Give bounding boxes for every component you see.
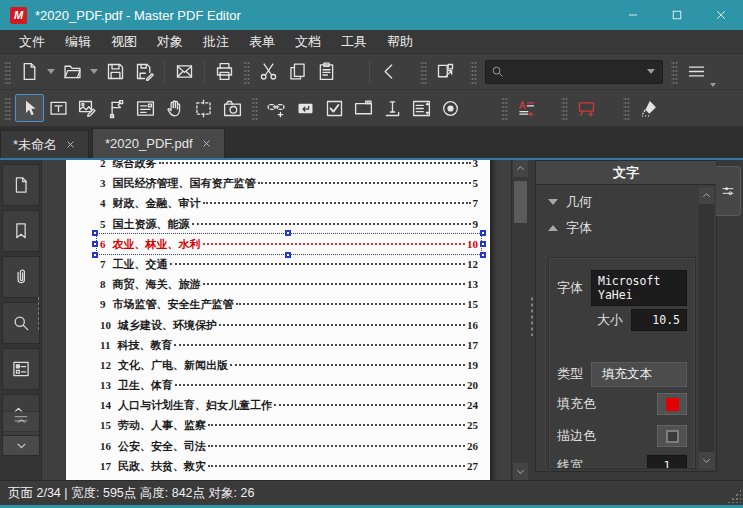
resize-grip-icon[interactable]	[727, 489, 741, 503]
toc-row[interactable]: 13 卫生、体育 20	[100, 378, 478, 392]
document-viewport[interactable]: 2 综合政务 3 3 国民经济管理、国有资产监管	[42, 160, 528, 480]
selection-handle[interactable]	[92, 252, 98, 258]
toolbar-grip[interactable]	[671, 60, 678, 84]
checkbox-field-button[interactable]	[320, 94, 349, 122]
section-geometry[interactable]: 几何	[536, 185, 716, 211]
sidebar-scroll-up-button[interactable]	[2, 411, 40, 432]
text-annotation-button[interactable]	[512, 94, 541, 122]
toc-row[interactable]: 15 劳动、人事、监察 25	[100, 418, 478, 432]
stroke-color-swatch[interactable]	[657, 425, 687, 447]
toc-row[interactable]: 2 综合政务 3	[100, 160, 478, 170]
toc-row[interactable]: 17 民政、扶贫、救灾 27	[100, 459, 478, 473]
toc-row[interactable]: 12 文化、广电、新闻出版 19	[100, 358, 478, 372]
toc-row[interactable]: 5 国土资源、能源 9	[100, 217, 478, 231]
scroll-up-arrow-icon[interactable]	[513, 160, 528, 177]
snapshot-tool-button[interactable]	[218, 94, 247, 122]
select-tool-button[interactable]	[15, 94, 44, 122]
menu-item[interactable]: 工具	[332, 31, 376, 53]
page-thumbnails-button[interactable]	[2, 164, 40, 206]
toc-row[interactable]: 8 商贸、海关、旅游 13	[100, 277, 478, 291]
section-font[interactable]: 字体	[536, 211, 716, 237]
panel-scrollbar[interactable]	[699, 187, 714, 469]
toolbar-grip[interactable]	[420, 60, 427, 84]
titlebar[interactable]: M *2020_PDF.pdf - Master PDF Editor	[0, 0, 743, 30]
paste-button[interactable]	[312, 58, 341, 86]
add-link-button[interactable]	[262, 94, 291, 122]
open-document-button[interactable]	[58, 58, 87, 86]
toc-row[interactable]: 11 科技、教育 17	[100, 338, 478, 352]
attachments-button[interactable]	[2, 256, 40, 298]
tab-untitled[interactable]: *未命名	[0, 130, 89, 158]
tab-2020-pdf[interactable]: *2020_PDF.pdf	[92, 128, 224, 158]
toolbar-grip[interactable]	[4, 96, 11, 120]
selection-handle[interactable]	[480, 241, 486, 247]
highlighter-tool-button[interactable]	[634, 94, 663, 122]
toc-row[interactable]: 7 工业、交通 12	[100, 257, 478, 271]
form-fields-button[interactable]	[2, 348, 40, 390]
callout-annotation-button[interactable]	[572, 94, 601, 122]
print-button[interactable]	[210, 58, 239, 86]
tab-close-icon[interactable]	[201, 138, 212, 149]
button-field-button[interactable]	[291, 94, 320, 122]
rect-select-tool-button[interactable]	[189, 94, 218, 122]
expand-arrow-icon[interactable]	[548, 225, 558, 231]
organize-pages-button[interactable]	[431, 58, 460, 86]
selection-handle[interactable]	[480, 252, 486, 258]
toc-row[interactable]: 6 农业、林业、水利 10	[100, 237, 478, 251]
selection-handle[interactable]	[285, 252, 291, 258]
menu-item[interactable]: 表单	[240, 31, 284, 53]
tab-close-icon[interactable]	[65, 139, 76, 150]
sidebar-splitter[interactable]	[37, 296, 41, 330]
open-document-dropdown-icon[interactable]	[90, 69, 98, 74]
menu-item[interactable]: 视图	[102, 31, 146, 53]
collapse-arrow-icon[interactable]	[548, 199, 558, 205]
toolbar-grip[interactable]	[4, 60, 11, 84]
toolbar-grip[interactable]	[501, 96, 508, 120]
menu-item[interactable]: 文件	[10, 31, 54, 53]
toolbar-grip[interactable]	[623, 96, 630, 120]
menu-item[interactable]: 编辑	[56, 31, 100, 53]
pdf-page[interactable]: 2 综合政务 3 3 国民经济管理、国有资产监管	[66, 160, 490, 480]
cut-button[interactable]	[254, 58, 283, 86]
toc-row[interactable]: 14 人口与计划生育、妇女儿童工作 24	[100, 398, 478, 412]
properties-toggle-tab[interactable]	[716, 166, 741, 216]
previous-view-button[interactable]	[375, 58, 404, 86]
save-button[interactable]	[101, 58, 130, 86]
bookmarks-button[interactable]	[2, 210, 40, 252]
toc-row[interactable]: 3 国民经济管理、国有资产监管 5	[100, 176, 478, 190]
edit-image-tool-button[interactable]	[73, 94, 102, 122]
maximize-button[interactable]	[655, 0, 699, 30]
scrollbar-thumb[interactable]	[514, 181, 527, 223]
selection-handle[interactable]	[92, 241, 98, 247]
toc-row[interactable]: 10 城乡建设、环境保护 16	[100, 318, 478, 332]
toolbar-grip[interactable]	[243, 60, 250, 84]
toolbar-grip[interactable]	[470, 60, 477, 84]
close-button[interactable]	[699, 0, 743, 30]
menu-item[interactable]: 文档	[286, 31, 330, 53]
toolbar-grip[interactable]	[561, 96, 568, 120]
search-dropdown-icon[interactable]	[647, 69, 655, 74]
edit-path-tool-button[interactable]	[102, 94, 131, 122]
toc-row[interactable]: 16 公安、安全、司法 26	[100, 439, 478, 453]
scroll-down-arrow-icon[interactable]	[513, 463, 528, 480]
listbox-field-button[interactable]	[407, 94, 436, 122]
panel-splitter[interactable]	[528, 160, 535, 480]
radio-field-button[interactable]	[436, 94, 465, 122]
fill-color-swatch[interactable]	[657, 393, 687, 415]
selection-handle[interactable]	[285, 230, 291, 236]
edit-text-tool-button[interactable]	[44, 94, 73, 122]
menu-item[interactable]: 对象	[148, 31, 192, 53]
hand-tool-button[interactable]	[160, 94, 189, 122]
font-name-field[interactable]: Microsoft YaHei	[591, 270, 687, 306]
fill-type-dropdown[interactable]: 填充文本	[591, 362, 687, 387]
search-panel-button[interactable]	[2, 302, 40, 344]
selection-handle[interactable]	[92, 230, 98, 236]
text-field-button[interactable]	[378, 94, 407, 122]
panel-scroll-down-icon[interactable]	[699, 452, 714, 469]
save-as-button[interactable]	[130, 58, 159, 86]
toc-row[interactable]: 4 财政、金融、审计 7	[100, 196, 478, 210]
combobox-field-button[interactable]	[349, 94, 378, 122]
toolbar-grip[interactable]	[251, 96, 258, 120]
document-vertical-scrollbar[interactable]	[511, 160, 528, 480]
menu-item[interactable]: 批注	[194, 31, 238, 53]
